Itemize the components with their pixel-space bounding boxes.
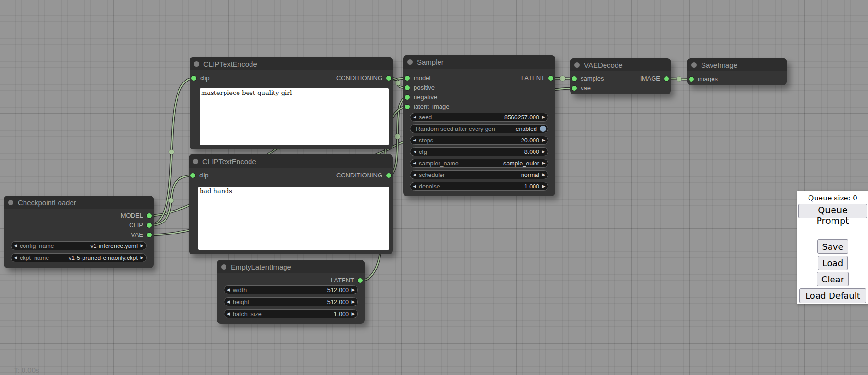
output-slot-label: LATENT xyxy=(521,74,545,82)
collapse-dot-icon[interactable] xyxy=(691,62,697,68)
widget-scheduler[interactable]: ◀schedulernormal▶ xyxy=(410,170,548,179)
widget-width[interactable]: ◀width512.000▶ xyxy=(224,285,358,294)
output-slot-dot[interactable] xyxy=(548,76,553,81)
prompt-textbox[interactable]: masterpiece best quality girl xyxy=(200,88,389,145)
widget-increment-arrow[interactable]: ▶ xyxy=(349,286,357,294)
widget-increment-arrow[interactable]: ▶ xyxy=(539,182,548,190)
node-titlebar[interactable]: SaveImage xyxy=(687,58,787,71)
link-midpoint-dot xyxy=(395,81,401,86)
input-slot-dot[interactable] xyxy=(572,76,577,81)
link-wire xyxy=(149,78,194,225)
widget-steps[interactable]: ◀steps20.000▶ xyxy=(410,136,548,145)
input-slot-dot[interactable] xyxy=(405,85,410,90)
collapse-dot-icon[interactable] xyxy=(8,200,13,205)
input-slot-positive: positive xyxy=(403,83,435,93)
widget-increment-arrow[interactable]: ▶ xyxy=(349,310,357,318)
input-slot-vae: vae xyxy=(570,83,591,93)
node-titlebar[interactable]: VAEDecode xyxy=(570,58,671,71)
widget-decrement-arrow[interactable]: ◀ xyxy=(410,159,419,167)
output-slot-dot[interactable] xyxy=(386,76,391,81)
widget-value: sample_euler xyxy=(503,160,539,167)
widget-decrement-arrow[interactable]: ◀ xyxy=(224,298,233,306)
widget-increment-arrow[interactable]: ▶ xyxy=(539,171,548,179)
widget-sampler-name[interactable]: ◀sampler_namesample_euler▶ xyxy=(410,159,548,168)
collapse-dot-icon[interactable] xyxy=(194,61,199,67)
checkpoint-loader-node[interactable]: CheckpointLoaderMODELCLIPVAE◀config_name… xyxy=(4,196,154,268)
widget-increment-arrow[interactable]: ▶ xyxy=(539,148,548,156)
load-button[interactable]: Load xyxy=(818,256,848,270)
widget-increment-arrow[interactable]: ▶ xyxy=(138,254,146,262)
output-slot-dot[interactable] xyxy=(147,223,152,228)
widget-increment-arrow[interactable]: ▶ xyxy=(539,113,548,121)
output-slot-dot[interactable] xyxy=(147,213,152,218)
collapse-dot-icon[interactable] xyxy=(407,59,413,65)
widget-decrement-arrow[interactable]: ◀ xyxy=(11,254,20,262)
widget-ckpt-name[interactable]: ◀ckpt_namev1-5-pruned-emaonly.ckpt▶ xyxy=(11,253,147,262)
widget-decrement-arrow[interactable]: ◀ xyxy=(410,113,419,121)
widget-batch-size[interactable]: ◀batch_size1.000▶ xyxy=(224,309,358,318)
widget-decrement-arrow[interactable]: ◀ xyxy=(410,171,419,179)
clip-text-encode-positive-node[interactable]: CLIPTextEncodeclipCONDITIONINGmasterpiec… xyxy=(190,57,393,149)
node-titlebar[interactable]: CLIPTextEncode xyxy=(189,154,393,168)
widget-label: cfg xyxy=(419,149,427,155)
widget-decrement-arrow[interactable]: ◀ xyxy=(410,136,419,144)
widget-label: ckpt_name xyxy=(20,255,49,261)
node-titlebar[interactable]: Sampler xyxy=(403,55,555,69)
widget-cfg[interactable]: ◀cfg8.000▶ xyxy=(410,147,548,156)
input-slot-dot[interactable] xyxy=(572,86,577,91)
input-slot-clip: clip xyxy=(190,73,210,83)
vae-decode-node[interactable]: VAEDecodesamplesvaeIMAGE xyxy=(570,58,671,94)
node-titlebar[interactable]: EmptyLatentImage xyxy=(217,260,365,273)
input-slot-dot[interactable] xyxy=(191,76,196,81)
widget-decrement-arrow[interactable]: ◀ xyxy=(410,148,419,156)
input-slot-label: clip xyxy=(199,172,209,179)
output-slot-dot[interactable] xyxy=(664,76,669,81)
widget-decrement-arrow[interactable]: ◀ xyxy=(410,182,419,190)
input-slot-dot[interactable] xyxy=(405,105,410,109)
collapse-dot-icon[interactable] xyxy=(574,62,580,68)
widget-random-seed-after-every-gen[interactable]: Random seed after every genenabled xyxy=(410,124,548,133)
input-slot-dot[interactable] xyxy=(190,173,195,178)
widget-increment-arrow[interactable]: ▶ xyxy=(349,298,357,306)
widget-denoise[interactable]: ◀denoise1.000▶ xyxy=(410,182,548,191)
widget-decrement-arrow[interactable]: ◀ xyxy=(11,242,20,250)
output-slot-dot[interactable] xyxy=(386,173,391,178)
clear-button[interactable]: Clear xyxy=(817,272,849,286)
empty-latent-image-node[interactable]: EmptyLatentImageLATENT◀width512.000▶◀hei… xyxy=(217,260,365,324)
input-slot-label: vae xyxy=(581,84,591,92)
widget-seed[interactable]: ◀seed8566257.000▶ xyxy=(410,113,548,122)
queue-size-label: Queue size: 0 xyxy=(797,191,868,202)
node-title: CLIPTextEncode xyxy=(203,57,257,71)
input-slot-model: model xyxy=(403,73,430,83)
input-slot-dot[interactable] xyxy=(405,76,410,81)
widget-increment-arrow[interactable]: ▶ xyxy=(138,242,146,250)
widget-increment-arrow[interactable]: ▶ xyxy=(539,136,548,144)
widget-decrement-arrow[interactable]: ◀ xyxy=(224,286,233,294)
execution-time-label: T: 0.00s xyxy=(14,366,39,374)
output-slot-dot[interactable] xyxy=(147,233,152,237)
collapse-dot-icon[interactable] xyxy=(221,264,226,270)
comfyui-canvas[interactable]: { "app": { "status_text": "T: 0.00s" }, … xyxy=(0,0,868,375)
input-slot-samples: samples xyxy=(570,74,604,83)
widget-decrement-arrow[interactable]: ◀ xyxy=(224,310,233,318)
widget-value: v1-inference.yaml xyxy=(90,243,138,249)
input-slot-dot[interactable] xyxy=(689,77,694,82)
sampler-node[interactable]: Samplermodelpositivenegativelatent_image… xyxy=(403,55,555,196)
widget-label: denoise xyxy=(419,183,440,190)
load-default-button[interactable]: Load Default xyxy=(799,288,866,303)
save-button[interactable]: Save xyxy=(817,239,848,254)
widget-height[interactable]: ◀height512.000▶ xyxy=(224,297,358,306)
widget-increment-arrow[interactable]: ▶ xyxy=(539,159,548,167)
widget-config-name[interactable]: ◀config_namev1-inference.yaml▶ xyxy=(11,241,147,250)
node-titlebar[interactable]: CheckpointLoader xyxy=(4,196,154,209)
queue-prompt-button[interactable]: Queue Prompt xyxy=(798,204,867,218)
clip-text-encode-negative-node[interactable]: CLIPTextEncodeclipCONDITIONINGbad hands xyxy=(189,154,393,254)
save-image-node[interactable]: SaveImageimages xyxy=(687,58,787,85)
toggle-indicator-icon[interactable] xyxy=(540,126,546,132)
output-slot-model: MODEL xyxy=(121,211,154,221)
output-slot-dot[interactable] xyxy=(358,278,363,283)
input-slot-dot[interactable] xyxy=(405,95,410,100)
node-titlebar[interactable]: CLIPTextEncode xyxy=(190,57,393,70)
prompt-textbox[interactable]: bad hands xyxy=(198,187,389,250)
collapse-dot-icon[interactable] xyxy=(193,159,198,164)
